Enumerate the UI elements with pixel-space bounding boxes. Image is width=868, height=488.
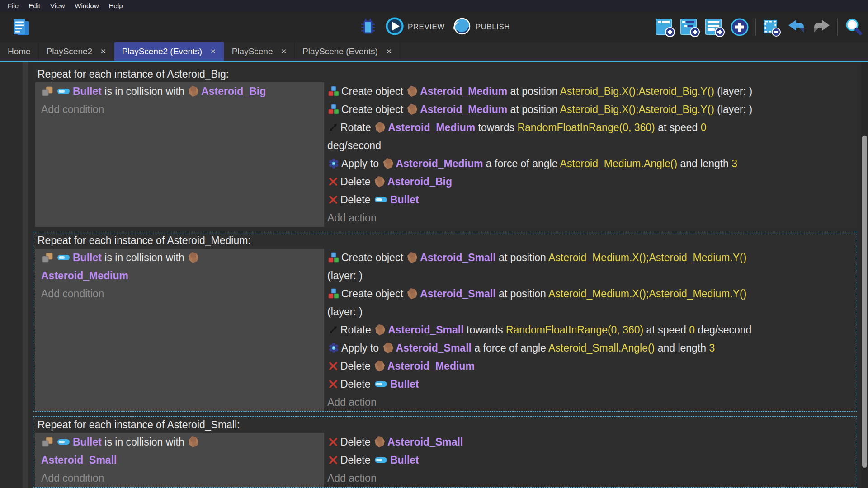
plain-text: at position — [496, 288, 548, 300]
instruction-line: Asteroid_Medium — [41, 267, 324, 285]
tab-playscene2-events[interactable]: PlayScene2 (Events)✕ — [114, 42, 224, 61]
conditions-column: Bullet is in collision with Asteroid_Big… — [35, 82, 324, 227]
instruction-line: Create object Asteroid_Small at position… — [327, 285, 857, 303]
event-block[interactable]: Repeat for each instance of Asteroid_Sma… — [33, 416, 857, 488]
instruction-line: Bullet is in collision with Asteroid_Big — [41, 82, 324, 100]
instruction-line: Create object Asteroid_Medium at positio… — [327, 100, 857, 118]
scrollbar-track[interactable] — [861, 62, 868, 488]
action-row[interactable]: Apply to Asteroid_Small a force of angle… — [327, 339, 857, 357]
event-header[interactable]: Repeat for each instance of Asteroid_Med… — [33, 232, 857, 249]
action-row[interactable]: Apply to Asteroid_Medium a force of angl… — [327, 155, 857, 173]
event-header[interactable]: Repeat for each instance of Asteroid_Sma… — [33, 417, 857, 433]
add-circle-icon[interactable] — [730, 17, 750, 37]
asteroid-icon — [407, 252, 418, 263]
condition-row[interactable]: Bullet is in collision with Asteroid_Big — [41, 82, 324, 100]
expression-text: RandomFloatInRange(0, 360) — [517, 122, 655, 133]
object-name-text: Asteroid_Small — [396, 342, 472, 354]
plain-text: at position — [507, 85, 560, 97]
tab-close-icon[interactable]: ✕ — [281, 47, 287, 56]
event-block[interactable]: Repeat for each instance of Asteroid_Med… — [33, 232, 857, 412]
action-row[interactable]: Create object Asteroid_Small at position… — [327, 249, 857, 285]
tab-playscene2[interactable]: PlayScene2✕ — [39, 42, 114, 61]
bullet-icon — [57, 254, 71, 261]
expression-text: Asteroid_Big.X();Asteroid_Big.Y() — [560, 103, 714, 115]
plain-text: deg/second — [695, 324, 751, 336]
event-header[interactable]: Repeat for each instance of Asteroid_Big… — [33, 66, 857, 82]
object-name-text: Asteroid_Medium — [388, 122, 475, 133]
condition-row[interactable]: Bullet is in collision with Asteroid_Sma… — [41, 433, 324, 469]
strip-selection-icon[interactable] — [762, 17, 782, 37]
object-name-text: Bullet — [390, 378, 419, 390]
instruction-line: Apply to Asteroid_Small a force of angle… — [327, 339, 857, 357]
action-row[interactable]: Delete Bullet — [327, 191, 857, 209]
action-row[interactable]: Create object Asteroid_Medium at positio… — [327, 100, 857, 118]
action-row[interactable]: Rotate Asteroid_Medium towards RandomFlo… — [327, 118, 857, 155]
search-icon[interactable] — [844, 17, 863, 37]
event-block[interactable]: Repeat for each instance of Asteroid_Big… — [33, 66, 857, 227]
conditions-column: Bullet is in collision with Asteroid_Med… — [35, 249, 324, 411]
plain-text: towards — [475, 122, 517, 133]
plain-text: Delete — [340, 360, 373, 372]
asteroid-icon — [375, 324, 386, 336]
plain-text: Apply to — [341, 342, 382, 354]
plain-text: towards — [464, 324, 506, 336]
tab-close-icon[interactable]: ✕ — [210, 47, 216, 56]
rotate-icon — [328, 122, 338, 132]
action-row[interactable]: Delete Asteroid_Medium — [327, 357, 857, 375]
scrollbar-thumb[interactable] — [862, 136, 867, 468]
preview-button[interactable]: PREVIEW — [385, 17, 445, 38]
asteroid-icon — [383, 342, 394, 354]
undo-icon[interactable] — [787, 17, 807, 37]
plain-text: (layer: ) — [327, 306, 363, 318]
action-row[interactable]: Delete Bullet — [327, 451, 857, 469]
action-row[interactable]: Create object Asteroid_Medium at positio… — [327, 82, 857, 100]
object-name-text: Bullet — [73, 436, 102, 448]
expression-text: Asteroid_Medium.X();Asteroid_Medium.Y() — [548, 252, 746, 263]
add-action-link[interactable]: Add action — [327, 393, 857, 411]
plain-text: is in collision with — [102, 436, 187, 448]
add-comment-icon[interactable] — [705, 17, 725, 37]
object-name-text: Asteroid_Small — [420, 288, 495, 300]
add-subevent-icon[interactable] — [680, 17, 700, 37]
action-row[interactable]: Delete Asteroid_Small — [327, 433, 857, 451]
asteroid-icon — [383, 158, 394, 169]
menu-item-help[interactable]: Help — [104, 0, 128, 12]
object-name-text: Asteroid_Small — [387, 436, 463, 448]
bullet-icon — [374, 456, 388, 464]
menu-item-file[interactable]: File — [3, 0, 24, 12]
asteroid-icon — [375, 122, 386, 133]
tab-playscene[interactable]: PlayScene✕ — [224, 42, 295, 61]
add-condition-link[interactable]: Add condition — [41, 285, 324, 303]
asteroid-icon — [407, 85, 418, 97]
redo-icon[interactable] — [811, 17, 831, 37]
instruction-line: Bullet is in collision with — [41, 433, 324, 451]
add-action-link[interactable]: Add action — [327, 209, 857, 227]
instruction-line: (layer: ) — [327, 303, 857, 321]
add-event-icon[interactable] — [655, 17, 675, 37]
action-row[interactable]: Delete Bullet — [327, 375, 857, 393]
delete-icon — [328, 437, 338, 447]
expression-text: Asteroid_Big.X();Asteroid_Big.Y() — [560, 85, 714, 97]
bullet-icon — [57, 438, 71, 446]
action-row[interactable]: Create object Asteroid_Small at position… — [327, 285, 857, 321]
create-icon — [328, 104, 339, 115]
object-name-text: Asteroid_Big — [201, 85, 266, 97]
add-condition-link[interactable]: Add condition — [41, 469, 324, 487]
action-row[interactable]: Delete Asteroid_Big — [327, 173, 857, 191]
tab-home[interactable]: Home — [0, 42, 39, 61]
tab-close-icon[interactable]: ✕ — [386, 47, 392, 56]
debug-button[interactable] — [358, 17, 378, 37]
tab-playscene-events[interactable]: PlayScene (Events)✕ — [295, 42, 400, 61]
publish-button[interactable]: PUBLISH — [452, 16, 510, 38]
asteroid-icon — [188, 252, 199, 263]
menu-item-edit[interactable]: Edit — [24, 0, 45, 12]
add-action-link[interactable]: Add action — [327, 469, 857, 487]
menu-item-view[interactable]: View — [45, 0, 70, 12]
add-condition-link[interactable]: Add condition — [41, 100, 324, 118]
tab-close-icon[interactable]: ✕ — [100, 47, 106, 56]
actions-column: Create object Asteroid_Small at position… — [324, 249, 857, 411]
action-row[interactable]: Rotate Asteroid_Small towards RandomFloa… — [327, 321, 857, 339]
plain-text: at speed — [655, 122, 701, 133]
menu-item-window[interactable]: Window — [70, 0, 104, 12]
condition-row[interactable]: Bullet is in collision with Asteroid_Med… — [41, 249, 324, 285]
